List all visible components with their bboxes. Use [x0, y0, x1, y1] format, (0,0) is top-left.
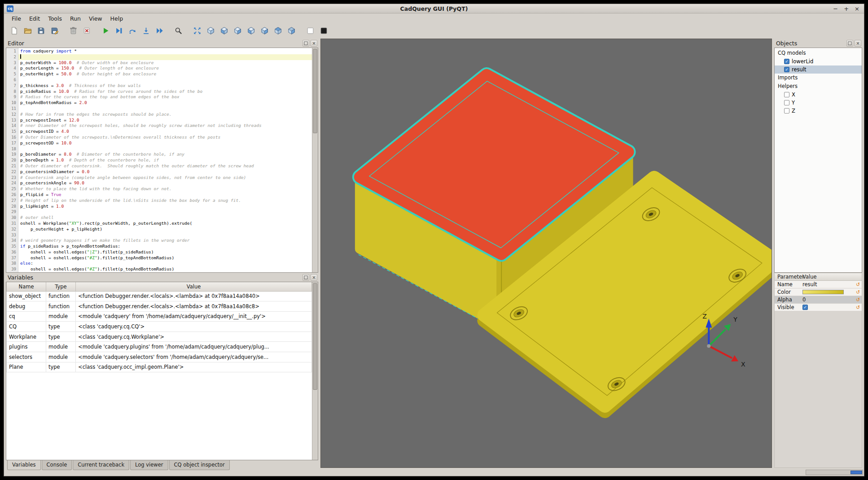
view-top-button[interactable] — [272, 25, 284, 37]
step-into-button[interactable] — [140, 25, 152, 37]
code-line[interactable]: else: — [18, 261, 318, 266]
table-row[interactable]: debugfunction<function Debugger.render.<… — [7, 301, 312, 312]
code-line[interactable]: # Radius for the curves on the top and b… — [18, 94, 318, 100]
viewport-canvas[interactable]: Z Y X — [321, 39, 772, 467]
code-line[interactable]: p_sideRadius = 10.0 # Radius for the cur… — [18, 89, 318, 95]
title-bar[interactable]: cq CadQuery GUI (PyQT) − + × — [4, 4, 864, 13]
close-panel-icon[interactable]: × — [311, 274, 317, 281]
menu-item-run[interactable]: Run — [66, 14, 85, 23]
step-over-button[interactable] — [126, 25, 139, 37]
bg-black-button[interactable] — [317, 25, 330, 37]
column-header-name[interactable]: Name — [7, 282, 46, 291]
tree-item-x[interactable]: X — [775, 91, 862, 99]
code-line[interactable]: p_lipHeight = 1.0 — [18, 204, 318, 209]
param-row-name[interactable]: Nameresult↺ — [775, 281, 862, 288]
clear-button[interactable] — [67, 25, 79, 37]
code-line[interactable]: p_flipLid = True — [18, 192, 318, 198]
code-line[interactable]: # Height of lip on the underside of the … — [18, 198, 318, 204]
code-line[interactable]: p_topAndBottomRadius = 2.0 — [18, 100, 318, 106]
code-line[interactable]: # weird geometry happens if we make the … — [18, 238, 318, 244]
tree-item-z[interactable]: Z — [775, 107, 862, 115]
code-line[interactable]: p_outerHeight + p_lipHeight) — [18, 227, 318, 232]
code-line[interactable]: oshell = oshell.edges("|Z").fillet(p_sid… — [18, 249, 318, 255]
close-panel-icon[interactable]: × — [855, 40, 861, 47]
code-line[interactable]: if p_sideRadius > p_topAndBottomRadius: — [18, 244, 318, 249]
save-as-button[interactable] — [48, 25, 61, 37]
tree-group-cq-models[interactable]: CQ models — [775, 49, 862, 57]
reset-icon[interactable]: ↺ — [854, 297, 862, 303]
visible-checkbox[interactable]: ✓ — [802, 305, 808, 310]
view-front-button[interactable] — [218, 25, 230, 37]
code-line[interactable]: # nner Diameter of the screwpost holes, … — [18, 123, 318, 129]
view-iso-button[interactable] — [204, 25, 217, 37]
code-line[interactable] — [18, 54, 318, 60]
code-line[interactable]: p_screwpostInset = 12.0 — [18, 118, 318, 123]
code-line[interactable]: oshell = oshell.edges("#Z").fillet(p_top… — [18, 266, 318, 272]
tree-item-result[interactable]: ✓result — [775, 65, 862, 74]
code-line[interactable]: p_outerWidth = 100.0 # Outer width of bo… — [18, 60, 318, 66]
code-line[interactable]: p_screwpostID = 4.0 — [18, 129, 318, 135]
mini-scrollbar[interactable] — [806, 470, 863, 475]
tree-item-lowerlid[interactable]: ✓lowerLid — [775, 57, 862, 65]
float-panel-icon[interactable] — [302, 274, 309, 281]
editor-scrollbar[interactable] — [312, 48, 318, 272]
delete-button[interactable] — [80, 25, 93, 37]
code-line[interactable]: p_thickness = 3.0 # Thickness of the box… — [18, 83, 318, 89]
table-row[interactable]: selectorsmodule<module 'cadquery.selecto… — [7, 352, 312, 362]
code-line[interactable]: p_boreDiameter = 8.0 # Diameter of the c… — [18, 152, 318, 157]
code-line[interactable]: # Outer diameter of countersink. Should … — [18, 163, 318, 169]
param-row-visible[interactable]: Visible✓↺ — [775, 304, 862, 311]
table-row[interactable]: show_objectfunction<function Debugger.re… — [7, 291, 312, 301]
reset-icon[interactable]: ↺ — [854, 289, 862, 295]
code-line[interactable]: p_countersinkAngle = 90.0 — [18, 180, 318, 186]
save-button[interactable] — [35, 25, 47, 37]
fit-all-button[interactable] — [191, 25, 203, 37]
checked-checkbox[interactable]: ✓ — [784, 67, 789, 72]
menu-item-file[interactable]: File — [8, 14, 25, 23]
code-line[interactable]: p_outerLength = 150.0 # Outer length of … — [18, 65, 318, 71]
bg-white-button[interactable] — [304, 25, 316, 37]
code-line[interactable] — [18, 232, 318, 238]
table-row[interactable]: Workplanetype<class 'cadquery.cq.Workpla… — [7, 332, 312, 342]
code-line[interactable] — [18, 77, 318, 83]
unchecked-checkbox[interactable] — [784, 108, 789, 113]
code-line[interactable] — [18, 106, 318, 112]
variables-scrollbar-thumb[interactable] — [313, 283, 317, 390]
continue-button[interactable] — [153, 25, 166, 37]
view-right-button[interactable] — [258, 25, 271, 37]
tree-item-y[interactable]: Y — [775, 99, 862, 107]
code-line[interactable]: p_boreDepth = 1.0 # Depth of the counter… — [18, 157, 318, 163]
zoom-button[interactable] — [172, 25, 184, 37]
color-swatch[interactable] — [802, 290, 844, 294]
new-file-button[interactable] — [8, 25, 20, 37]
column-header-type[interactable]: Type — [46, 282, 76, 291]
menu-item-view[interactable]: View — [85, 14, 106, 23]
code-line[interactable]: p_countersinkDiameter = 0.0 — [18, 169, 318, 175]
menu-item-help[interactable]: Help — [106, 14, 127, 23]
param-row-alpha[interactable]: Alpha0↺ — [775, 296, 862, 304]
code-line[interactable]: p_screwpostOD = 10.0 — [18, 140, 318, 146]
editor-scrollbar-thumb[interactable] — [313, 49, 317, 133]
view-left-button[interactable] — [245, 25, 257, 37]
view-bottom-button[interactable] — [285, 25, 298, 37]
code-line[interactable]: from cadquery import * — [18, 48, 318, 54]
unchecked-checkbox[interactable] — [784, 92, 789, 97]
code-line[interactable]: # outer shell — [18, 215, 318, 221]
menu-item-edit[interactable]: Edit — [25, 14, 44, 23]
float-panel-icon[interactable] — [846, 40, 853, 47]
code-line[interactable]: # Whether to place the lid with the top … — [18, 186, 318, 192]
code-line[interactable] — [18, 209, 318, 215]
param-row-color[interactable]: Color↺ — [775, 288, 862, 296]
code-line[interactable] — [18, 146, 318, 152]
menu-item-tools[interactable]: Tools — [44, 14, 66, 23]
code-line[interactable]: p_outerHeight = 50.0 # Outer height of b… — [18, 71, 318, 77]
column-header-value[interactable]: Value — [76, 282, 312, 291]
open-file-button[interactable] — [21, 25, 34, 37]
code-editor[interactable]: 1234567891011121314151617181920212223242… — [6, 48, 318, 273]
code-line[interactable]: oshell = oshell.edges("#Z").fillet(p_top… — [18, 255, 318, 261]
code-line[interactable]: # Outer Diameter of the screwposts.\nDet… — [18, 135, 318, 140]
checked-checkbox[interactable]: ✓ — [784, 59, 789, 64]
unchecked-checkbox[interactable] — [784, 100, 789, 105]
viewport-3d[interactable]: Z Y X — [320, 39, 772, 468]
table-row[interactable]: cqmodule<module 'cadquery' from '/home/a… — [7, 311, 312, 322]
